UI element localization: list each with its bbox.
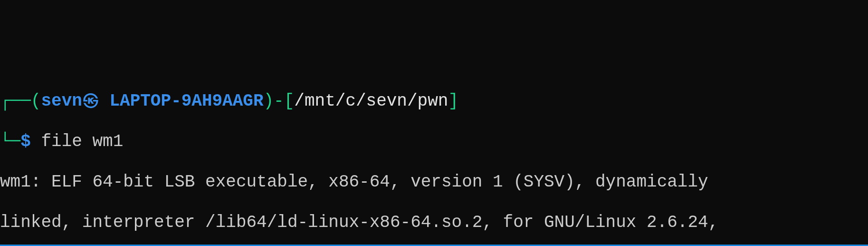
bracket-right: ]	[448, 91, 458, 111]
prompt-cwd: /mnt/c/sevn/pwn	[294, 91, 448, 111]
prompt-user: sevn	[41, 91, 82, 111]
sep-dash: -	[274, 91, 284, 111]
bracket-left: [	[284, 91, 295, 111]
prompt-dollar: $	[20, 132, 31, 151]
output-line-1: wm1: ELF 64-bit LSB executable, x86-64, …	[0, 172, 868, 192]
paren-left: (	[31, 91, 41, 111]
output-line-2: linked, interpreter /lib64/ld-linux-x86-…	[0, 213, 868, 233]
space	[31, 132, 41, 151]
prompt-line-1-userhost: ┌──(sevn㉿ LAPTOP-9AH9AAGR)-[/mnt/c/sevn/…	[0, 91, 868, 111]
command-text: file wm1	[41, 132, 123, 151]
prompt-line-1-command[interactable]: └─$ file wm1	[0, 132, 868, 152]
at-icon: ㉿	[82, 91, 99, 111]
paren-right: )	[264, 91, 274, 111]
box-corner-bl: └─	[0, 132, 20, 151]
box-corner-tl: ┌──	[0, 91, 31, 111]
prompt-host: LAPTOP-9AH9AAGR	[99, 91, 264, 111]
